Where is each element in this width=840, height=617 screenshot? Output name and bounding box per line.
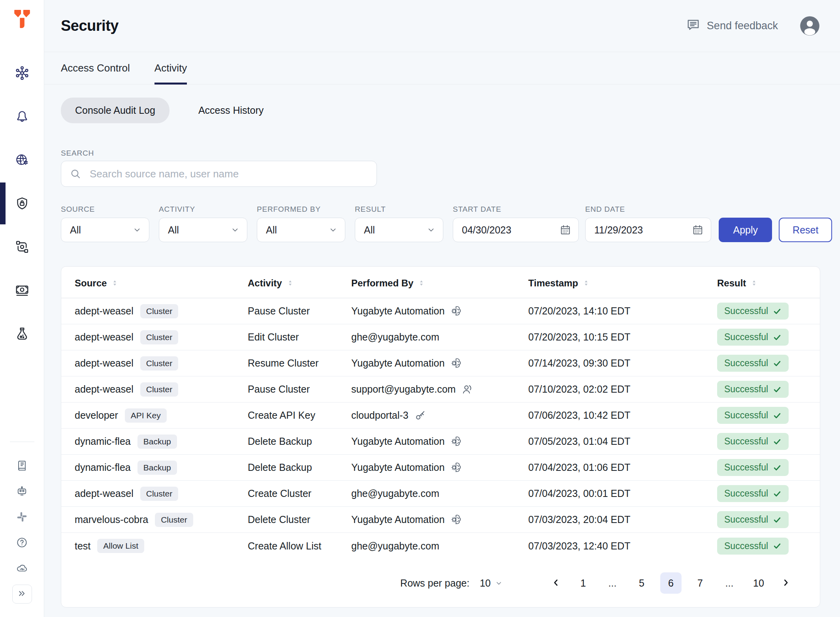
sidebar-item-billing[interactable] [15, 283, 30, 298]
source-cell: adept-weaselCluster [75, 304, 248, 318]
sort-icon [417, 279, 426, 287]
source-name: adept-weasel [75, 331, 134, 343]
column-header-source[interactable]: Source [75, 278, 248, 289]
filters-row: SOURCEAllACTIVITYAllPERFORMED BYAllRESUL… [61, 205, 832, 242]
sidebar-item-labs[interactable] [15, 326, 30, 341]
reset-button[interactable]: Reset [779, 218, 832, 242]
search-block: SEARCH [61, 149, 840, 187]
activity-cell: Delete Cluster [248, 514, 351, 525]
page-button-5[interactable]: 5 [631, 572, 652, 594]
end-date-input[interactable]: 11/29/2023 [585, 218, 711, 242]
search-label: SEARCH [61, 149, 840, 158]
sidebar-item-integrations[interactable] [15, 239, 30, 254]
sidebar-item-help[interactable] [16, 536, 28, 549]
start-date-input[interactable]: 04/30/2023 [453, 218, 579, 242]
table-row: marvelous-cobraClusterDelete ClusterYuga… [61, 507, 820, 533]
result-cell: Successful [717, 329, 806, 346]
sidebar-item-network[interactable] [15, 152, 30, 167]
column-header-result[interactable]: Result [717, 278, 806, 289]
chevron-left-icon [551, 577, 561, 589]
page-ellipsis: ... [602, 572, 623, 594]
source-type-badge: Backup [137, 435, 177, 449]
table-row: adept-weaselClusterPause Clustersupport@… [61, 376, 820, 403]
page-button-1[interactable]: 1 [573, 572, 594, 594]
previous-page-button[interactable] [547, 572, 565, 594]
source-cell: marvelous-cobraCluster [75, 513, 248, 527]
chevron-down-icon [328, 225, 338, 235]
filter-end-date: END DATE11/29/2023 [585, 205, 711, 242]
activity-cell: Delete Backup [248, 436, 351, 447]
user-avatar[interactable] [799, 15, 820, 36]
check-icon [773, 515, 782, 524]
automation-icon [450, 514, 462, 526]
sidebar-item-docs[interactable] [16, 459, 28, 472]
timestamp-cell: 07/04/2023, 01:06 EDT [528, 462, 717, 473]
timestamp-cell: 07/20/2023, 14:10 EDT [528, 305, 717, 317]
tab-access-control[interactable]: Access Control [61, 52, 130, 84]
page-button-10[interactable]: 10 [748, 572, 769, 594]
check-icon [773, 333, 782, 342]
table-row: adept-weaselClusterPause ClusterYugabyte… [61, 298, 820, 324]
source-cell: testAllow List [75, 539, 248, 553]
result-cell: Successful [717, 381, 806, 398]
subtab-bar: Console Audit LogAccess History [61, 98, 840, 123]
next-page-button[interactable] [777, 572, 795, 594]
result-select[interactable]: All [355, 218, 443, 242]
result-cell: Successful [717, 355, 806, 372]
source-type-badge: Cluster [140, 330, 179, 344]
source-name: developer [75, 410, 118, 421]
check-icon [773, 489, 782, 498]
activity-select[interactable]: All [159, 218, 247, 242]
result-badge: Successful [717, 355, 789, 372]
help-circle-icon [16, 536, 28, 549]
sidebar-item-cloud-status[interactable] [16, 562, 28, 574]
feedback-icon [686, 17, 701, 35]
performer-name: Yugabyte Automation [351, 357, 444, 369]
sidebar-item-assistant[interactable] [16, 485, 28, 497]
result-cell: Successful [717, 538, 806, 555]
rows-per-page-select[interactable]: 10 [480, 577, 503, 589]
source-cell: adept-weaselCluster [75, 487, 248, 501]
performer-name: ghe@yugabyte.com [351, 331, 439, 343]
performed-by-cell: ghe@yugabyte.com [351, 540, 528, 552]
table-row: dynamic-fleaBackupDelete BackupYugabyte … [61, 429, 820, 455]
key-icon [414, 409, 426, 421]
sidebar-divider [10, 442, 34, 442]
page-button-7[interactable]: 7 [689, 572, 711, 594]
search-input[interactable] [61, 161, 377, 187]
table-row: testAllow ListCreate Allow Listghe@yugab… [61, 533, 820, 559]
yugabyte-logo-icon[interactable] [13, 9, 31, 29]
chevron-down-icon [426, 225, 436, 235]
slack-icon [16, 511, 28, 523]
source-select[interactable]: All [61, 218, 149, 242]
sidebar-item-clusters[interactable] [15, 66, 30, 81]
tab-activity[interactable]: Activity [154, 52, 187, 84]
sidebar-item-alerts[interactable] [15, 109, 30, 124]
source-name: dynamic-flea [75, 436, 131, 447]
performed-by-select[interactable]: All [257, 218, 345, 242]
timestamp-cell: 07/06/2023, 10:42 EDT [528, 410, 717, 421]
sort-icon [582, 279, 590, 287]
page-button-6[interactable]: 6 [660, 572, 682, 594]
sidebar-item-security[interactable] [15, 196, 30, 211]
send-feedback-button[interactable]: Send feedback [686, 17, 778, 35]
sidebar-item-slack[interactable] [16, 511, 28, 523]
apply-button[interactable]: Apply [719, 218, 772, 242]
table-header: SourceActivityPerformed ByTimestampResul… [61, 268, 820, 298]
robot-icon [16, 485, 28, 497]
column-header-timestamp[interactable]: Timestamp [528, 278, 717, 289]
performed-by-cell: Yugabyte Automation [351, 435, 528, 448]
column-header-performed-by[interactable]: Performed By [351, 278, 528, 289]
filter-label: START DATE [453, 205, 579, 214]
subtab-console-audit-log[interactable]: Console Audit Log [61, 98, 170, 123]
filter-activity: ACTIVITYAll [159, 205, 247, 242]
check-icon [773, 437, 782, 446]
sidebar-expand-button[interactable] [12, 585, 32, 604]
source-name: dynamic-flea [75, 462, 131, 473]
result-badge: Successful [717, 459, 789, 476]
subtab-access-history[interactable]: Access History [184, 98, 278, 123]
result-cell: Successful [717, 485, 806, 502]
check-icon [773, 307, 782, 316]
column-header-activity[interactable]: Activity [248, 278, 351, 289]
bell-icon [15, 109, 30, 124]
